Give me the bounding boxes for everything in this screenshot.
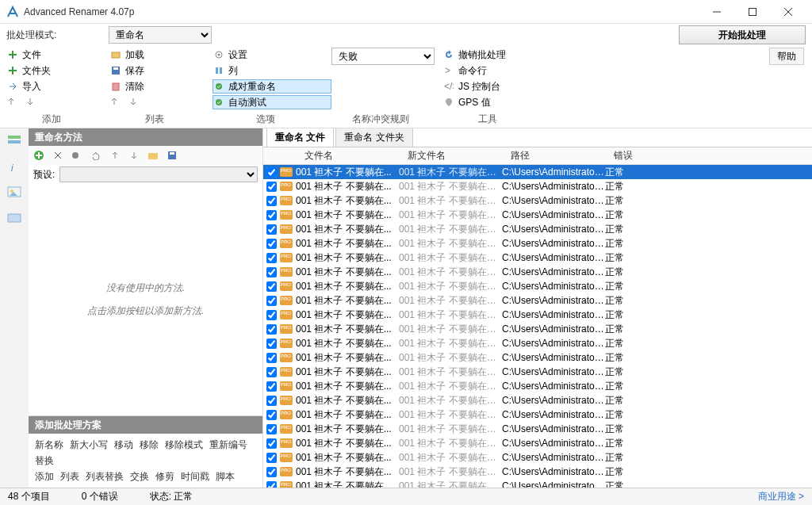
scheme-link[interactable]: 移动 (114, 439, 133, 450)
table-row[interactable]: 001 袒木子 不要躺在...001 袒木子 不要躺在课桌...C:\Users… (263, 350, 812, 365)
image-tab-icon[interactable] (6, 184, 22, 200)
remove-method-icon[interactable] (52, 150, 63, 161)
scheme-link[interactable]: 列表 (60, 471, 79, 482)
table-row[interactable]: 001 袒木子 不要躺在...001 袒木子 不要躺在课桌...C:\Users… (263, 222, 812, 236)
add-method-icon[interactable] (33, 150, 44, 161)
table-row[interactable]: 001 袒木子 不要躺在...001 袒木子 不要躺在课桌...C:\Users… (263, 208, 812, 222)
toggle-method-icon[interactable] (71, 150, 82, 161)
table-row[interactable]: 001 袒木子 不要躺在...001 袒木子 不要躺在课桌...C:\Users… (263, 436, 812, 450)
table-row[interactable]: 001 袒木子 不要躺在...001 袒木子 不要躺在课桌...C:\Users… (263, 465, 812, 479)
commercial-link[interactable]: 商业用途 > (758, 490, 804, 503)
scheme-link[interactable]: 交换 (130, 471, 149, 482)
row-checkbox[interactable] (266, 324, 277, 335)
scheme-link[interactable]: 修剪 (155, 471, 174, 482)
reload-icon[interactable] (90, 150, 102, 161)
scheme-link[interactable]: 替换 (35, 455, 54, 466)
row-checkbox[interactable] (266, 381, 277, 392)
row-checkbox[interactable] (266, 410, 277, 420)
help-button[interactable]: 帮助 (769, 48, 804, 65)
row-checkbox[interactable] (266, 467, 277, 477)
table-row[interactable]: 001 袒木子 不要躺在...001 袒木子 不要躺在课桌...C:\Users… (263, 179, 812, 193)
scheme-link[interactable]: 新名称 (35, 439, 63, 450)
arrow-up-icon-2[interactable] (109, 97, 119, 106)
save[interactable]: 保存 (109, 63, 213, 78)
row-checkbox[interactable] (266, 339, 277, 349)
table-row[interactable]: 001 袒木子 不要躺在...001 袒木子 不要躺在课桌...C:\Users… (263, 308, 812, 322)
load[interactable]: 加载 (109, 48, 213, 62)
row-checkbox[interactable] (266, 267, 277, 277)
arrow-down-icon[interactable] (25, 97, 35, 106)
add-folder[interactable]: 文件夹 (6, 63, 109, 78)
tab-files[interactable]: 重命名 文件 (266, 128, 334, 147)
folder-tab-icon[interactable] (6, 209, 22, 225)
row-checkbox[interactable] (266, 196, 277, 206)
up-icon[interactable] (109, 150, 121, 161)
table-row[interactable]: 001 袒木子 不要躺在...001 袒木子 不要躺在课桌...C:\Users… (263, 407, 812, 422)
info-tab-icon[interactable]: i (6, 159, 22, 174)
row-checkbox[interactable] (266, 396, 277, 406)
col-error[interactable]: 错误 (609, 149, 657, 163)
table-row[interactable]: 001 袒木子 不要躺在...001 袒木子 不要躺在课桌...C:\Users… (263, 336, 812, 350)
row-checkbox[interactable] (266, 281, 277, 292)
scheme-link[interactable]: 移除 (140, 439, 159, 450)
row-checkbox[interactable] (266, 481, 277, 488)
minimize-button[interactable] (699, 0, 734, 24)
table-row[interactable]: 001 袒木子 不要躺在...001 袒木子 不要躺在课桌...C:\Users… (263, 293, 812, 308)
auto-test[interactable]: 自动测试 (213, 95, 331, 109)
scheme-link[interactable]: 重新编号 (209, 439, 247, 450)
scheme-link[interactable]: 时间戳 (181, 471, 209, 482)
arrow-down-icon-2[interactable] (128, 97, 138, 106)
row-checkbox[interactable] (266, 424, 277, 434)
open-folder-icon[interactable] (147, 150, 159, 161)
table-row[interactable]: 001 袒木子 不要躺在...001 袒木子 不要躺在课桌...C:\Users… (263, 450, 812, 465)
save-methods-icon[interactable] (167, 150, 178, 161)
scheme-link[interactable]: 脚本 (216, 471, 235, 482)
row-checkbox[interactable] (266, 210, 277, 220)
scheme-link[interactable]: 列表替换 (86, 471, 124, 482)
row-checkbox[interactable] (266, 453, 277, 463)
row-checkbox[interactable] (266, 182, 277, 192)
scheme-link[interactable]: 添加 (35, 471, 54, 482)
row-checkbox[interactable] (266, 353, 277, 363)
row-checkbox[interactable] (266, 167, 277, 178)
arrow-up-icon[interactable] (6, 97, 16, 106)
tab-folders[interactable]: 重命名 文件夹 (335, 128, 412, 147)
add-file[interactable]: 文件 (6, 48, 109, 62)
table-row[interactable]: 001 袒木子 不要躺在...001 袒木子 不要躺在课桌...C:\Users… (263, 265, 812, 279)
gps-values[interactable]: GPS 值 (442, 95, 546, 109)
undo-batch[interactable]: 撤销批处理 (442, 48, 546, 62)
close-button[interactable] (770, 0, 806, 24)
scheme-link[interactable]: 新大小写 (70, 439, 108, 450)
commandline[interactable]: >_命令行 (442, 63, 546, 78)
collision-select[interactable]: 失败 (331, 48, 435, 65)
table-row[interactable]: 001 袒木子 不要躺在...001 袒木子 不要躺在课桌...C:\Users… (263, 322, 812, 336)
row-checkbox[interactable] (266, 438, 277, 449)
row-checkbox[interactable] (266, 239, 277, 249)
table-row[interactable]: 001 袒木子 不要躺在...001 袒木子 不要躺在课桌...C:\Users… (263, 193, 812, 208)
table-row[interactable]: 001 袒木子 不要躺在...001 袒木子 不要躺在课桌...C:\Users… (263, 365, 812, 379)
table-row[interactable]: 001 袒木子 不要躺在...001 袒木子 不要躺在课桌...C:\Users… (263, 251, 812, 265)
col-newname[interactable]: 新文件名 (403, 149, 506, 163)
table-row[interactable]: 001 袒木子 不要躺在...001 袒木子 不要躺在课桌...C:\Users… (263, 422, 812, 436)
row-checkbox[interactable] (266, 224, 277, 235)
batch-mode-select[interactable]: 重命名 (109, 26, 212, 44)
row-checkbox[interactable] (266, 367, 277, 377)
col-filename[interactable]: 文件名 (300, 149, 403, 163)
settings[interactable]: 设置 (213, 48, 331, 62)
columns[interactable]: 列 (213, 63, 331, 78)
row-checkbox[interactable] (266, 253, 277, 263)
row-checkbox[interactable] (266, 310, 277, 320)
table-row[interactable]: 001 袒木子 不要躺在...001 袒木子 不要躺在课桌...C:\Users… (263, 479, 812, 488)
row-checkbox[interactable] (266, 296, 277, 306)
clear[interactable]: 清除 (109, 79, 213, 94)
col-path[interactable]: 路径 (506, 149, 609, 163)
table-row[interactable]: 001 袒木子 不要躺在...001 袒木子 不要躺在课桌...C:\Users… (263, 236, 812, 251)
down-icon[interactable] (128, 150, 140, 161)
table-row[interactable]: 001 袒木子 不要躺在...001 袒木子 不要躺在课桌...C:\Users… (263, 279, 812, 293)
pair-rename[interactable]: 成对重命名 (213, 79, 331, 94)
table-row[interactable]: 001 袒木子 不要躺在...001 袒木子 不要躺在课桌...C:\Users… (263, 165, 812, 179)
maximize-button[interactable] (734, 0, 770, 24)
methods-tab-icon[interactable] (6, 133, 22, 149)
table-row[interactable]: 001 袒木子 不要躺在...001 袒木子 不要躺在课桌...C:\Users… (263, 393, 812, 407)
import[interactable]: 导入 (6, 79, 109, 94)
